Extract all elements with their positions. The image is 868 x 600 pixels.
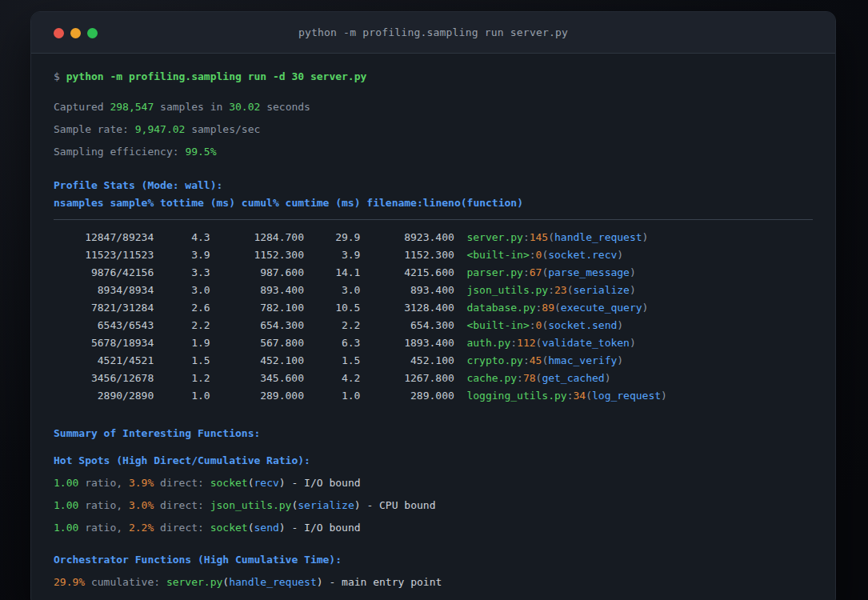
sample-rate-unit: samples/sec	[191, 123, 260, 135]
cumtime-cell: 4215.600	[366, 264, 454, 282]
line-number: 34	[574, 390, 586, 402]
ratio-label: ratio,	[85, 477, 122, 489]
function-name: serialize	[298, 499, 354, 511]
function-name: serialize	[574, 284, 630, 296]
cumul-pct-cell: 14.1	[310, 264, 361, 282]
efficiency-label: Sampling efficiency:	[54, 146, 179, 158]
line-number: 89	[542, 302, 554, 314]
table-row: 5678/189341.9567.8006.31893.400auth.py:1…	[54, 334, 813, 352]
nsamples-cell: 6543/6543	[54, 317, 154, 334]
tottime-cell: 782.100	[216, 299, 304, 317]
function-name: hmac_verify	[548, 354, 617, 366]
close-paren: )	[317, 576, 323, 588]
colon-separator: :	[510, 337, 517, 349]
sample-pct-cell: 1.9	[160, 334, 210, 352]
direct-pct-value: 3.9%	[129, 477, 154, 489]
function-name: socket.send	[548, 319, 617, 331]
open-paren: (	[567, 284, 574, 296]
role-note: - main entry point	[329, 576, 442, 588]
module-name: socket	[210, 477, 248, 489]
title-bar[interactable]: python -m profiling.sampling run server.…	[31, 12, 835, 54]
module-name: socket	[210, 522, 248, 534]
nsamples-cell: 2890/2890	[54, 387, 154, 405]
function-name: handle_request	[554, 231, 642, 243]
line-number: 23	[554, 284, 567, 296]
sample-rate-label: Sample rate:	[54, 123, 129, 135]
minimize-button[interactable]	[70, 28, 81, 38]
sample-pct-cell: 1.2	[160, 370, 210, 387]
tottime-cell: 452.100	[216, 352, 304, 370]
close-paren: )	[630, 284, 636, 296]
nsamples-cell: 7821/31284	[54, 299, 154, 317]
close-button[interactable]	[54, 28, 64, 38]
nsamples-cell: 4521/4521	[54, 352, 154, 370]
open-paren: (	[554, 302, 561, 314]
file-name: cache.py	[466, 372, 517, 384]
file-name: crypto.py	[466, 354, 522, 366]
hot-spot-line: 1.00 ratio, 3.0% direct: json_utils.py(s…	[54, 498, 813, 514]
file-name: auth.py	[466, 337, 510, 349]
cumulative-pct-value: 29.9%	[54, 576, 85, 588]
sample-pct-cell: 2.6	[160, 299, 210, 317]
tottime-cell: 1284.700	[216, 229, 304, 246]
ratio-value: 1.00	[54, 522, 78, 534]
line-number: 78	[523, 372, 536, 384]
colon-separator: :	[530, 249, 536, 261]
close-paren: )	[279, 477, 286, 489]
bound-note: - I/O bound	[291, 477, 360, 489]
sample-pct-cell: 4.3	[160, 229, 210, 246]
colon-separator: :	[523, 354, 530, 366]
function-name: send	[254, 522, 279, 534]
efficiency-value: 99.5%	[185, 146, 216, 158]
line-number: 45	[530, 354, 542, 366]
table-row: 3456/126781.2345.6004.21267.800cache.py:…	[54, 370, 813, 387]
tottime-cell: 289.000	[216, 387, 304, 405]
orchestrator-line: 29.9% cumulative: server.py(handle_reque…	[54, 574, 813, 590]
bound-note: - CPU bound	[366, 499, 435, 511]
cumul-pct-cell: 6.3	[310, 334, 361, 352]
file-name: <built-in>	[466, 249, 529, 261]
function-name: log_request	[592, 390, 661, 402]
ratio-value: 1.00	[54, 477, 78, 489]
colon-separator: :	[523, 231, 530, 243]
tottime-cell: 1152.300	[216, 246, 304, 264]
tottime-cell: 654.300	[216, 317, 304, 334]
terminal-window: python -m profiling.sampling run server.…	[30, 11, 836, 600]
captured-line: Captured 298,547 samples in 30.02 second…	[54, 99, 813, 115]
profile-table: 12847/892344.31284.70029.98923.400server…	[54, 229, 813, 405]
table-row: 12847/892344.31284.70029.98923.400server…	[54, 229, 813, 246]
file-name: server.py	[466, 231, 522, 243]
location-cell: logging_utils.py:34(log_request)	[461, 387, 813, 405]
cumulative-label: cumulative:	[91, 576, 160, 588]
close-paren: )	[354, 499, 361, 511]
module-name: json_utils.py	[210, 499, 292, 511]
close-paren: )	[661, 390, 667, 402]
cumul-pct-cell: 3.0	[310, 282, 361, 299]
location-cell: server.py:145(handle_request)	[461, 229, 813, 246]
location-cell: crypto.py:45(hmac_verify)	[461, 352, 813, 370]
sample-rate-value: 9,947.02	[135, 123, 186, 135]
close-paren: )	[642, 302, 649, 314]
direct-pct-value: 2.2%	[129, 522, 154, 534]
nsamples-cell: 3456/12678	[54, 370, 154, 387]
captured-samples-value: 298,547	[110, 101, 154, 113]
bound-note: - I/O bound	[291, 522, 360, 534]
cumul-pct-cell: 1.0	[310, 387, 361, 405]
window-title: python -m profiling.sampling run server.…	[298, 26, 568, 38]
function-name: validate_token	[542, 337, 630, 349]
captured-seconds-value: 30.02	[229, 101, 260, 113]
terminal-content: $ python -m profiling.sampling run -d 30…	[31, 54, 835, 600]
profile-stats-heading: Profile Stats (Mode: wall):	[54, 178, 813, 194]
zoom-button[interactable]	[87, 28, 98, 38]
nsamples-cell: 12847/89234	[54, 229, 154, 246]
open-paren: (	[248, 477, 254, 489]
orchestrator-line: 14.1% cumulative: parser.py(parse_messag…	[54, 597, 813, 600]
file-name: logging_utils.py	[466, 390, 566, 402]
ratio-label: ratio,	[85, 499, 122, 511]
captured-samples-in-label: samples in	[160, 101, 222, 113]
open-paren: (	[586, 390, 592, 402]
table-row: 4521/45211.5452.1001.5452.100crypto.py:4…	[54, 352, 813, 370]
nsamples-cell: 5678/18934	[54, 334, 154, 352]
tottime-cell: 567.800	[216, 334, 304, 352]
cumul-pct-cell: 10.5	[310, 299, 361, 317]
